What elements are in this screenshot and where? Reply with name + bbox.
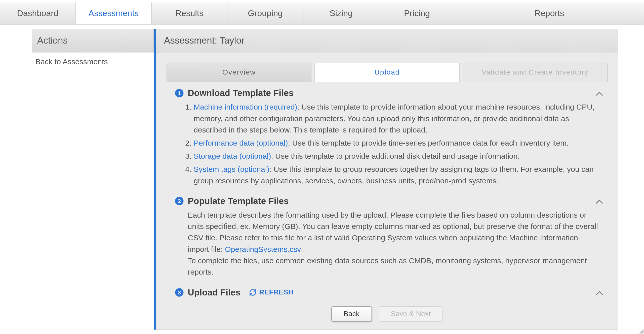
nav-tab-pricing[interactable]: Pricing	[379, 3, 455, 24]
step-1-badge: 1	[175, 89, 184, 97]
step-2-badge: 2	[175, 197, 184, 205]
template-item-machine-info: Machine information (required): Use this…	[193, 102, 599, 136]
top-nav: Dashboard Assessments Results Grouping S…	[0, 2, 644, 24]
nav-tab-dashboard[interactable]: Dashboard	[0, 3, 76, 24]
refresh-icon	[249, 289, 256, 296]
nav-tab-assessments[interactable]: Assessments	[76, 3, 152, 24]
section-upload-files: 3 Upload Files REFRESH	[175, 287, 599, 301]
sidebar-title: Actions	[32, 29, 154, 52]
nav-tab-sizing[interactable]: Sizing	[303, 3, 379, 24]
section-download-templates: 1 Download Template Files Machine inform…	[175, 88, 599, 186]
step-3-badge: 3	[175, 288, 184, 297]
template-item-storage-data: Storage data (optional): Use this templa…	[193, 151, 599, 162]
nav-tab-reports[interactable]: Reports	[455, 3, 644, 24]
tab-validate: Validate and Create Inventory	[463, 63, 608, 82]
collapse-icon[interactable]	[596, 89, 603, 98]
perf-data-desc: : Use this template to provide time-seri…	[288, 139, 569, 147]
machine-info-link[interactable]: Machine information (required)	[193, 103, 297, 111]
system-tags-link[interactable]: System tags (optional)	[193, 165, 269, 174]
save-next-button: Save & Next	[379, 306, 443, 321]
collapse-icon[interactable]	[596, 197, 603, 206]
footer-buttons: Back Save & Next	[156, 306, 618, 321]
resize-corner-icon[interactable]	[639, 329, 643, 333]
perf-data-link[interactable]: Performance data (optional)	[193, 139, 288, 147]
step-2-text-b: To complete the files, use common existi…	[188, 255, 599, 278]
page-title: Assessment: Taylor	[156, 29, 618, 52]
collapse-icon[interactable]	[596, 288, 603, 297]
template-item-system-tags: System tags (optional): Use this templat…	[193, 164, 599, 187]
tab-overview[interactable]: Overview	[167, 63, 312, 82]
nav-tab-grouping[interactable]: Grouping	[228, 3, 304, 24]
storage-data-desc: : Use this template to provide additiona…	[271, 152, 519, 160]
tab-upload[interactable]: Upload	[314, 63, 460, 82]
back-button[interactable]: Back	[331, 306, 372, 321]
nav-tab-results[interactable]: Results	[152, 3, 228, 24]
refresh-label: REFRESH	[259, 288, 293, 297]
step-2-paragraph: Each template describes the formatting u…	[188, 210, 599, 255]
template-item-perf-data: Performance data (optional): Use this te…	[193, 138, 599, 149]
back-to-assessments-link[interactable]: Back to Assessments	[32, 52, 154, 72]
step-1-title: Download Template Files	[188, 88, 294, 98]
main-panel: Assessment: Taylor Overview Upload Valid…	[156, 29, 618, 329]
upload-row-machine-info: UPLOAD Machine information (required) : …	[188, 301, 599, 301]
operating-systems-link[interactable]: OperatingSystems.csv	[225, 245, 301, 254]
sidebar: Actions Back to Assessments	[32, 29, 154, 329]
storage-data-link[interactable]: Storage data (optional)	[193, 152, 271, 160]
refresh-button[interactable]: REFRESH	[249, 288, 293, 297]
section-populate-templates: 2 Populate Template Files Each template …	[175, 196, 599, 278]
step-2-title: Populate Template Files	[188, 196, 289, 206]
accent-strip	[154, 29, 156, 329]
step-3-title: Upload Files	[188, 287, 240, 297]
subtabs: Overview Upload Validate and Create Inve…	[156, 52, 618, 82]
